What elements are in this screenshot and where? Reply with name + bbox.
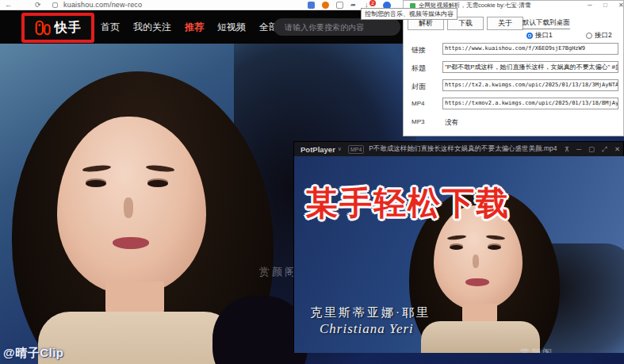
field-link[interactable]: https://www.kuaishou.com/f/X6EO9sjE7BgHz… — [442, 43, 618, 55]
person-eye — [147, 180, 168, 187]
kuaishou-logo-text[interactable]: 快手 — [55, 20, 82, 36]
field-label-link: 链接 — [412, 45, 426, 56]
pin-icon[interactable]: ⊼ — [565, 142, 569, 156]
nav-following[interactable]: 我的关注 — [133, 21, 171, 34]
nav-home[interactable]: 首页 — [101, 21, 120, 34]
person-lips — [465, 278, 489, 286]
field-title[interactable]: "P都不敢P成这样，她们直播长这样，女娲真的不要太偏心" #盛世美颜 — [442, 61, 618, 73]
notification-badge: 2 — [369, 0, 376, 6]
potplayer-titlebar[interactable]: PotPlayer ∨ MP4 P不敢成这样她们直接长这样女娲真的不要太偏心盛世… — [294, 142, 623, 156]
kuaishou-logo-icon — [34, 19, 52, 36]
person-clothing — [38, 312, 236, 364]
refresh-icon[interactable]: ⟳ — [35, 0, 41, 10]
share-icon[interactable]: ➦ — [350, 0, 356, 10]
video-watermark: 赏颜阁 — [520, 347, 553, 353]
search-input[interactable] — [274, 18, 400, 36]
field-label-mp3: MP3 — [412, 118, 424, 125]
person-brow — [486, 235, 505, 240]
potplayer-filename: P不敢成这样她们直接长这样女娲真的不要太偏心盛世美颜.mp4 — [369, 144, 557, 154]
radio-selected-icon[interactable] — [526, 33, 533, 39]
potplayer-app-name[interactable]: PotPlayer — [301, 145, 335, 154]
parser-window: 全网短视频解析，无需cookie by:七宝·清雪 ─ □ ✕ 解析 下载 关于… — [403, 0, 624, 136]
caption-english: Christiana Yeri — [320, 321, 414, 337]
screen: 赏颜阁 @晴子Clip ← ⟳ kuaishou.com/new-reco ➦ … — [0, 0, 624, 364]
format-tag: MP4 — [348, 145, 364, 154]
person-lips — [113, 237, 149, 249]
maximize-icon[interactable]: ▢ — [588, 142, 595, 156]
extension-icon[interactable] — [308, 2, 315, 9]
video-watermark: 赏颜阁 — [259, 265, 297, 279]
download-hint: 默认下载到桌面 — [523, 18, 570, 29]
media-control-tooltip: 控制您的音乐、视频等媒体内容 — [361, 8, 457, 20]
field-label-mp4: MP4 — [412, 100, 424, 107]
site-nav: 首页 我的关注 推荐 短视频 全部∨ — [101, 10, 285, 44]
close-icon[interactable]: ✕ — [618, 1, 624, 10]
person-eye — [450, 245, 463, 250]
logo-highlight-box: 快手 — [21, 13, 94, 43]
video-overlay-text: 某手轻松下载 — [305, 182, 510, 225]
nav-recommend[interactable]: 推荐 — [185, 21, 204, 34]
person-nose — [473, 255, 479, 268]
person-brow — [447, 235, 466, 240]
field-label-cover: 封面 — [412, 82, 426, 92]
radio-interface-1[interactable]: 接口1 — [526, 31, 553, 40]
maximize-icon[interactable]: □ — [603, 1, 607, 10]
person-brow — [82, 164, 112, 173]
radio-unselected-icon[interactable] — [586, 33, 592, 39]
potplayer-window: PotPlayer ∨ MP4 P不敢成这样她们直接长这样女娲真的不要太偏心盛世… — [293, 141, 624, 352]
caption-chinese: 克里斯蒂亚娜·耶里 — [310, 305, 431, 320]
creator-watermark: @晴子Clip — [3, 346, 63, 361]
extension-icon[interactable] — [322, 2, 329, 9]
minimize-icon[interactable]: ─ — [588, 1, 592, 10]
field-cover[interactable]: https://tx2.a.kwimgs.com/upic/2025/01/13… — [442, 79, 618, 91]
potplayer-video[interactable]: 某手轻松下载 克里斯蒂亚娜·耶里 Christiana Yeri 赏颜阁 — [294, 156, 624, 353]
person-nose — [124, 197, 133, 218]
nav-shortvideo[interactable]: 短视频 — [217, 21, 246, 34]
address-bar[interactable]: kuaishou.com/new-reco — [63, 0, 142, 10]
field-mp3: 没有 — [445, 118, 458, 128]
radio-interface-2[interactable]: 接口2 — [586, 31, 612, 40]
back-icon[interactable]: ← — [5, 0, 12, 10]
extension-icon[interactable] — [336, 2, 343, 9]
field-label-title: 标题 — [412, 63, 426, 74]
minimize-icon[interactable]: ─ — [576, 142, 581, 156]
fullscreen-icon[interactable]: ⤢ — [602, 142, 607, 156]
person-eye — [86, 180, 106, 187]
field-mp4[interactable]: https://txmov2.a.kwimgs.com/upic/2025/01… — [442, 98, 618, 109]
chevron-down-icon[interactable]: ∨ — [338, 146, 342, 152]
person-eye — [488, 245, 501, 250]
person-brow — [146, 164, 175, 173]
site-icon — [52, 2, 58, 8]
tab-about[interactable]: 关于 — [487, 17, 523, 30]
close-icon[interactable]: ✕ — [614, 142, 620, 156]
